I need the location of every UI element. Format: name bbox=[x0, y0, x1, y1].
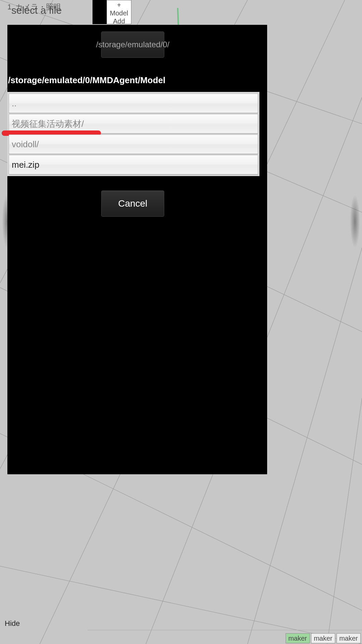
plus-icon: + bbox=[107, 1, 131, 9]
list-item-parent[interactable]: .. bbox=[9, 94, 258, 113]
list-item-label: 视频征集活动素材/ bbox=[12, 118, 84, 130]
dialog-title: select a file bbox=[11, 5, 62, 16]
storage-root-button[interactable]: /storage/emulated/0/ bbox=[101, 32, 164, 58]
list-item-label: voidoll/ bbox=[12, 139, 39, 150]
model-add-label: Model Add bbox=[107, 9, 131, 25]
bg-black-strip bbox=[93, 0, 107, 24]
cancel-button[interactable]: Cancel bbox=[101, 191, 164, 217]
list-item-label: mei.zip bbox=[12, 160, 39, 170]
current-path-label: /storage/emulated/0/MMDAgent/Model bbox=[8, 75, 166, 86]
model-add-button[interactable]: + Model Add bbox=[107, 0, 131, 24]
file-picker-dialog: /storage/emulated/0/ /storage/emulated/0… bbox=[7, 25, 267, 474]
list-item-folder[interactable]: voidoll/ bbox=[9, 135, 258, 154]
list-item-label: .. bbox=[12, 98, 16, 109]
list-item-folder[interactable]: 视频征集活动素材/ bbox=[9, 114, 258, 133]
list-item-file[interactable]: mei.zip bbox=[9, 155, 258, 174]
file-list: .. 视频征集活动素材/ voidoll/ mei.zip bbox=[7, 92, 259, 176]
